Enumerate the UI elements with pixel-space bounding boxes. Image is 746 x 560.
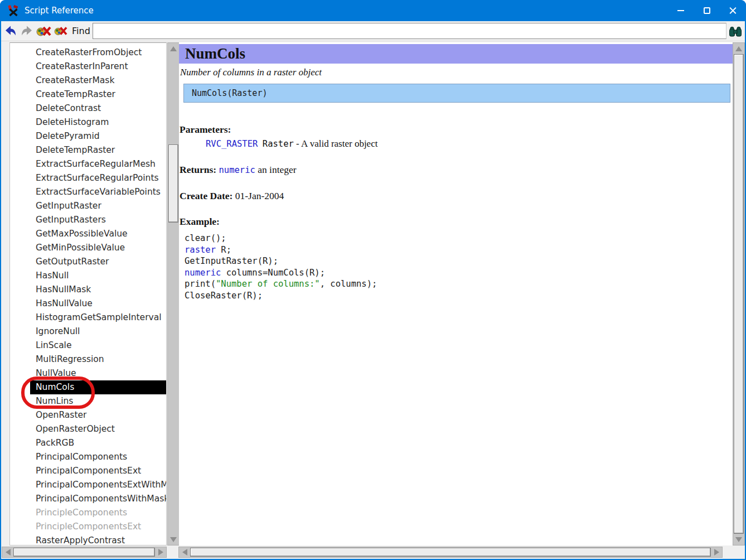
returns-type: numeric	[219, 165, 255, 175]
syntax-box: NumCols(Raster)	[183, 84, 730, 103]
window-controls	[667, 0, 746, 21]
list-item[interactable]: GetOutputRaster	[10, 255, 166, 269]
titlebar[interactable]: Script Reference	[0, 0, 746, 21]
scroll-down-button[interactable]	[733, 534, 744, 545]
parameter-name: Raster	[263, 139, 294, 149]
list-item[interactable]: ExtractSurfaceVariablePoints	[10, 185, 166, 199]
example-label: Example:	[180, 216, 220, 228]
list-item[interactable]: PrincipalComponents	[10, 450, 166, 464]
list-item[interactable]: DeletePyramid	[10, 129, 166, 143]
forward-arrow-icon	[20, 25, 33, 38]
list-item[interactable]: MultiRegression	[10, 353, 166, 366]
annotation-oval	[21, 376, 95, 409]
up-arrow-icon	[735, 46, 742, 51]
main-area: CreateRasterFromObjectCreateRasterInPare…	[1, 41, 745, 559]
search-button[interactable]	[728, 22, 743, 40]
close-button[interactable]	[720, 0, 746, 21]
list-item[interactable]: HasNull	[10, 269, 166, 283]
back-button[interactable]	[4, 25, 17, 38]
list-item[interactable]: PrincipleComponents	[10, 506, 166, 520]
binoculars-icon	[729, 25, 742, 38]
find-input[interactable]	[93, 23, 726, 39]
window-title: Script Reference	[25, 6, 94, 16]
list-item[interactable]: RasterApplyContrast	[10, 534, 166, 545]
create-date-value: 01-Jan-2004	[235, 190, 284, 201]
scroll-up-button[interactable]	[168, 43, 179, 54]
app-icon	[7, 4, 19, 17]
doc-subtitle: Number of columns in a raster object	[180, 67, 322, 78]
left-arrow-icon	[6, 549, 11, 556]
minimize-button[interactable]	[667, 0, 694, 21]
list-item[interactable]: GetMaxPossibleValue	[10, 227, 166, 241]
list-item[interactable]: PrincipleComponentsExt	[10, 520, 166, 534]
list-item[interactable]: PrincipalComponentsExtWithMask	[10, 478, 166, 492]
list-item[interactable]: GetInputRasters	[10, 213, 166, 227]
list-item[interactable]: OpenRaster	[10, 408, 166, 422]
parameters-label: Parameters:	[180, 124, 231, 136]
returns-line: Returns: numeric an integer	[180, 164, 297, 176]
toolbar: Find	[1, 21, 745, 41]
list-item[interactable]: PrincipalComponentsWithMask	[10, 492, 166, 506]
code-line: CloseRaster(R);	[185, 290, 377, 302]
right-arrow-icon	[158, 549, 163, 556]
content-vertical-scrollbar[interactable]	[733, 42, 745, 545]
remove-topic-small-icon	[54, 25, 67, 37]
list-item[interactable]: GetMinPossibleValue	[10, 241, 166, 255]
app-window: Script Reference	[0, 0, 746, 560]
right-arrow-icon	[714, 549, 719, 556]
scrollbar-thumb[interactable]	[13, 548, 155, 557]
list-item[interactable]: PackRGB	[10, 436, 166, 450]
list-item[interactable]: ExtractSurfaceRegularPoints	[10, 171, 166, 185]
list-item[interactable]: LinScale	[10, 339, 166, 353]
create-date-line: Create Date: 01-Jan-2004	[180, 190, 284, 202]
scrollbar-thumb[interactable]	[190, 548, 711, 557]
list-item[interactable]: IgnoreNull	[10, 325, 166, 339]
list-item[interactable]: CreateRasterFromObject	[10, 46, 166, 60]
create-date-label: Create Date:	[180, 190, 232, 201]
minimize-icon	[677, 10, 684, 11]
list-horizontal-scrollbar[interactable]	[2, 547, 167, 558]
code-line: numeric columns=NumCols(R);	[185, 267, 377, 279]
forward-button[interactable]	[20, 25, 33, 38]
scrollbar-thumb[interactable]	[734, 54, 744, 534]
list-item[interactable]: HasNullValue	[10, 297, 166, 311]
list-item[interactable]: OpenRasterObject	[10, 422, 166, 436]
code-line: GetInputRaster(R);	[185, 255, 377, 267]
scroll-right-button[interactable]	[155, 547, 166, 557]
list-item[interactable]: DeleteContrast	[10, 102, 166, 115]
page-title: NumCols	[179, 44, 733, 63]
remove-topic-icon	[36, 25, 51, 38]
remove-topic-small-button[interactable]	[54, 25, 67, 37]
down-arrow-icon	[735, 537, 742, 542]
up-arrow-icon	[170, 46, 177, 51]
list-item[interactable]: ExtractSurfaceRegularMesh	[10, 157, 166, 171]
find-label: Find	[72, 26, 90, 36]
list-item[interactable]: CreateTempRaster	[10, 88, 166, 102]
content-horizontal-scrollbar[interactable]	[178, 547, 723, 558]
list-vertical-scrollbar[interactable]	[167, 42, 180, 545]
doc-title-bar: NumCols	[179, 44, 733, 64]
returns-description: an integer	[258, 164, 296, 175]
maximize-button[interactable]	[694, 0, 720, 21]
list-item[interactable]: CreateRasterMask	[10, 74, 166, 88]
scroll-right-button[interactable]	[711, 547, 722, 557]
list-item[interactable]: HistogramGetSampleInterval	[10, 311, 166, 325]
remove-topic-button[interactable]	[36, 25, 51, 38]
parameter-type: RVC_RASTER	[206, 139, 258, 149]
scroll-left-button[interactable]	[179, 547, 190, 557]
parameter-entry: RVC_RASTER Raster - A valid raster objec…	[206, 138, 377, 149]
close-icon	[729, 7, 737, 15]
maximize-icon	[704, 7, 710, 14]
list-item[interactable]: GetInputRaster	[10, 199, 166, 213]
list-item[interactable]: DeleteTempRaster	[10, 143, 166, 157]
scroll-down-button[interactable]	[168, 534, 179, 545]
scroll-left-button[interactable]	[2, 547, 13, 557]
list-item[interactable]: CreateRasterInParent	[10, 60, 166, 74]
list-item[interactable]: PrincipalComponentsExt	[10, 464, 166, 478]
scroll-up-button[interactable]	[733, 43, 744, 54]
list-item[interactable]: DeleteHistogram	[10, 115, 166, 129]
content-panel: NumCols Number of columns in a raster ob…	[179, 42, 733, 545]
list-item[interactable]: HasNullMask	[10, 283, 166, 297]
scrollbar-thumb[interactable]	[168, 144, 178, 223]
code-line: clear();	[185, 233, 377, 244]
